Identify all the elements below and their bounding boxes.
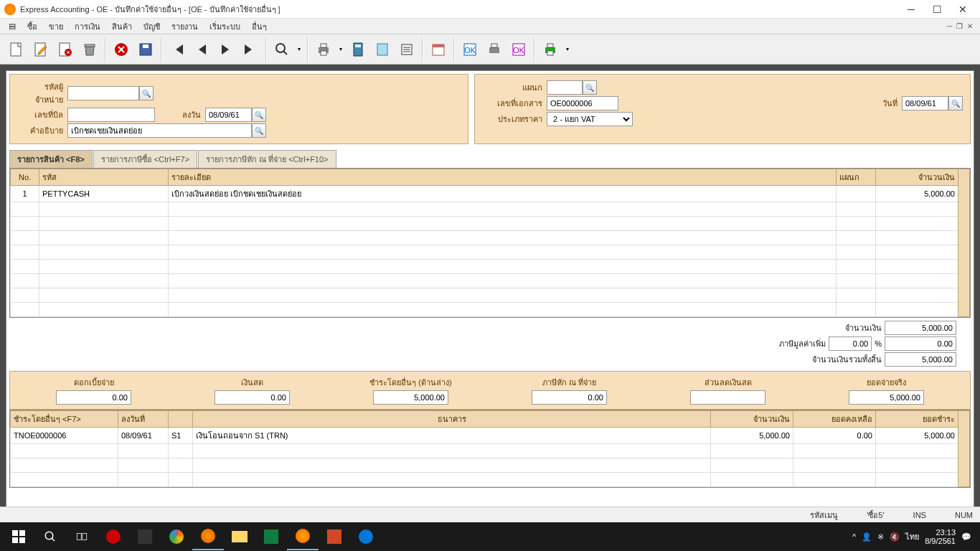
form-button[interactable] [396, 37, 418, 62]
tray-volume-icon[interactable]: 🔇 [890, 532, 900, 542]
table-row[interactable] [11, 260, 970, 274]
table-row[interactable] [11, 288, 970, 303]
supplier-lookup-icon[interactable]: 🔍 [139, 86, 154, 100]
supplier-input[interactable] [67, 86, 139, 100]
pcell-amount[interactable]: 5,000.00 [711, 428, 793, 444]
search-icon[interactable] [34, 523, 66, 550]
taskbar-app-express[interactable] [287, 523, 319, 550]
note-button[interactable] [372, 37, 393, 62]
next-button[interactable] [215, 37, 237, 62]
cancel-button[interactable] [110, 37, 132, 62]
dept-lookup-icon[interactable]: 🔍 [583, 80, 597, 95]
table-row[interactable]: TNOE0000006 08/09/61 S1 เงินโอนถอนจาก S1… [11, 428, 970, 444]
start-button[interactable] [3, 523, 34, 550]
tab-vat[interactable]: รายการภาษีซื้อ <Ctrl+F7> [93, 150, 197, 168]
mdi-minimize-icon[interactable]: ─ [946, 22, 953, 30]
table-row[interactable] [11, 458, 970, 473]
taskbar-app-edge[interactable] [350, 523, 382, 550]
last-button[interactable] [240, 37, 261, 62]
desc-input[interactable] [67, 123, 252, 138]
tray-up-icon[interactable]: ^ [852, 532, 856, 541]
pcell-pay[interactable]: 5,000.00 [876, 428, 958, 444]
pcell-date[interactable]: 08/09/61 [118, 428, 169, 444]
print-color-button[interactable] [540, 37, 561, 62]
calendar-button[interactable] [428, 37, 449, 62]
docno-input[interactable] [547, 96, 618, 110]
menu-item-2[interactable]: การเงิน [69, 19, 106, 34]
col-dept[interactable]: แผนก [837, 169, 876, 186]
tray-notifications-icon[interactable]: 💬 [961, 532, 971, 542]
taskbar-app-powerpoint[interactable] [319, 523, 350, 550]
approve2-button[interactable]: OK [508, 37, 529, 62]
close-button[interactable]: ✕ [950, 1, 976, 17]
trash-button[interactable] [79, 37, 100, 62]
save-button[interactable] [135, 37, 156, 62]
other-below-input[interactable] [373, 390, 448, 405]
netpay-input[interactable] [849, 390, 924, 405]
prev-button[interactable] [191, 37, 212, 62]
col-amount[interactable]: จำนวนเงิน [876, 169, 958, 186]
pcell-bankshort[interactable]: S1 [169, 428, 193, 444]
taskbar-app-firefox[interactable] [192, 523, 224, 550]
billdate-input[interactable] [205, 108, 252, 122]
find-button[interactable] [271, 37, 293, 62]
taskbar-app-chrome[interactable] [161, 523, 192, 550]
first-button[interactable] [166, 37, 188, 62]
table-row[interactable] [11, 303, 970, 317]
table-row[interactable]: 1 PETTYCASH เบิกวงเงินสดย่อย เบิกชดเชยเง… [11, 186, 970, 202]
pcol-bank[interactable]: ธนาคาร [193, 411, 711, 428]
cell-desc[interactable]: เบิกวงเงินสดย่อย เบิกชดเชยเงินสดย่อย [169, 186, 837, 202]
calc-button[interactable] [347, 37, 369, 62]
table-row[interactable] [11, 245, 970, 260]
docdate-input[interactable] [902, 96, 948, 110]
table-row[interactable] [11, 202, 970, 217]
maximize-button[interactable]: ☐ [924, 1, 950, 17]
print2-button[interactable] [484, 37, 505, 62]
cell-dept[interactable] [837, 186, 876, 202]
tray-bluetooth-icon[interactable]: ※ [877, 532, 884, 542]
mdi-system-icon[interactable]: ▤ [3, 20, 22, 32]
menu-item-7[interactable]: อื่นๆ [246, 19, 273, 34]
tab-wht[interactable]: รายการภาษีหัก ณ ที่จ่าย <Ctrl+F10> [198, 150, 336, 168]
vat-pct-input[interactable] [829, 336, 872, 351]
paygrid-scrollbar[interactable] [958, 411, 970, 487]
minimize-button[interactable]: ─ [898, 1, 924, 17]
pcell-remain[interactable]: 0.00 [793, 428, 876, 444]
pcol-bankshort[interactable] [169, 411, 193, 428]
mdi-restore-icon[interactable]: ❐ [955, 22, 964, 30]
tray-people-icon[interactable]: 👤 [862, 532, 872, 542]
menu-item-0[interactable]: ซื้อ [22, 19, 43, 34]
mdi-close-icon[interactable]: ✕ [966, 22, 974, 30]
discount-input[interactable] [690, 390, 765, 405]
dept-input[interactable] [547, 80, 583, 95]
taskbar-app-explorer[interactable] [224, 523, 255, 550]
tray-lang[interactable]: ไทย [905, 530, 919, 543]
taskbar-app-calc[interactable] [129, 523, 161, 550]
print-color-dropdown-icon[interactable]: ▾ [564, 46, 571, 52]
print-dropdown-icon[interactable]: ▾ [337, 46, 344, 52]
delete-doc-button[interactable] [55, 37, 76, 62]
desc-lookup-icon[interactable]: 🔍 [252, 123, 266, 138]
menu-item-5[interactable]: รายงาน [166, 19, 204, 34]
edit-button[interactable] [30, 37, 52, 62]
find-dropdown-icon[interactable]: ▾ [296, 46, 303, 52]
approve-button[interactable]: OK [459, 37, 481, 62]
col-desc[interactable]: รายละเอียด [169, 169, 837, 186]
pcell-bank[interactable]: เงินโอนถอนจาก S1 (TRN) [193, 428, 711, 444]
table-row[interactable] [11, 274, 970, 288]
taskview-icon[interactable] [66, 523, 98, 550]
table-row[interactable] [11, 217, 970, 231]
cash-input[interactable] [215, 390, 290, 405]
table-row[interactable] [11, 473, 970, 487]
pcol-pay[interactable]: ยอดชำระ [876, 411, 958, 428]
billdate-lookup-icon[interactable]: 🔍 [252, 108, 266, 122]
billno-input[interactable] [67, 108, 155, 122]
menu-item-1[interactable]: ขาย [43, 19, 69, 34]
menu-item-6[interactable]: เริ่มระบบ [204, 19, 246, 34]
col-no[interactable]: No. [11, 169, 39, 186]
taskbar-app-excel[interactable] [255, 523, 287, 550]
pcol-date[interactable]: ลงวันที่ [118, 411, 169, 428]
grid-scrollbar[interactable] [958, 169, 970, 317]
col-code[interactable]: รหัส [39, 169, 169, 186]
menu-item-4[interactable]: บัญชี [138, 19, 166, 34]
